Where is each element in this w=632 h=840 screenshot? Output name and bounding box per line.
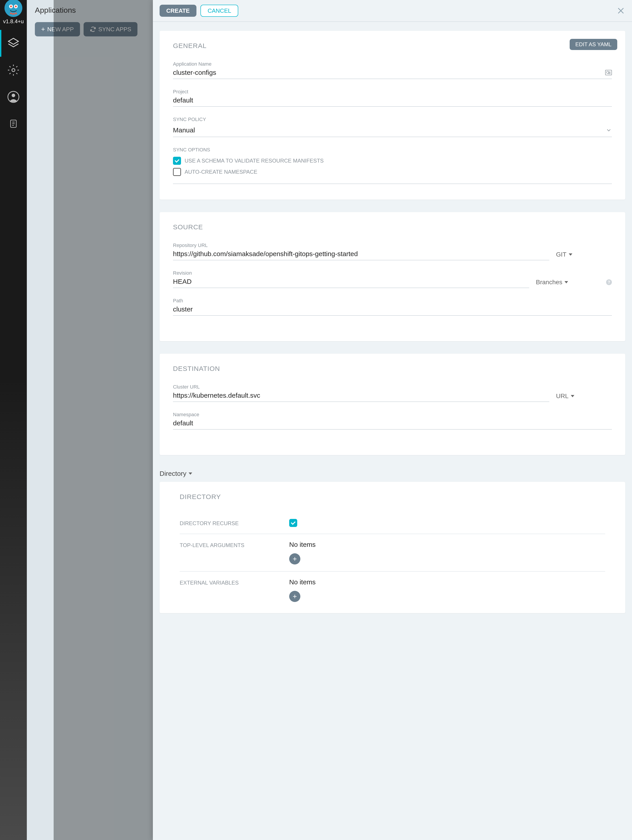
project-label: Project xyxy=(173,89,612,95)
directory-title: DIRECTORY xyxy=(180,493,612,501)
plus-icon: + xyxy=(41,25,45,33)
tla-no-items: No items xyxy=(289,541,605,548)
logo-area: v1.8.4+u xyxy=(0,0,27,30)
path-input[interactable] xyxy=(173,305,612,313)
cluster-label: Cluster URL xyxy=(173,384,549,390)
add-tla-button[interactable]: + xyxy=(289,553,300,564)
field-cluster: Cluster URL URL xyxy=(173,384,612,402)
field-path: Path xyxy=(173,298,612,316)
caret-down-icon xyxy=(569,253,572,256)
source-card: SOURCE Repository URL GIT Revision xyxy=(160,212,625,341)
id-card-icon xyxy=(605,70,612,75)
cancel-button[interactable]: CANCEL xyxy=(200,5,238,17)
help-icon[interactable]: ? xyxy=(606,279,612,285)
sync-policy-label: SYNC POLICY xyxy=(173,117,612,122)
create-app-panel: CREATE CANCEL EDIT AS YAML GENERAL Appli… xyxy=(153,0,632,840)
checkbox-autons[interactable] xyxy=(173,168,181,176)
app-name-input[interactable] xyxy=(173,69,605,76)
opt-schema-label: USE A SCHEMA TO VALIDATE RESOURCE MANIFE… xyxy=(185,158,323,164)
svg-point-2 xyxy=(10,5,12,7)
directory-card: DIRECTORY DIRECTORY RECURSE TOP-LEVEL AR… xyxy=(160,482,625,613)
checkbox-schema[interactable] xyxy=(173,157,181,165)
field-project: Project xyxy=(173,89,612,107)
repo-input[interactable] xyxy=(173,250,549,258)
path-label: Path xyxy=(173,298,612,304)
edit-as-yaml-button[interactable]: EDIT AS YAML xyxy=(570,39,617,50)
source-title: SOURCE xyxy=(173,223,612,231)
revision-input[interactable] xyxy=(173,278,529,285)
field-revision: Revision Branches ? xyxy=(173,270,612,288)
panel-body: EDIT AS YAML GENERAL Application Name Pr… xyxy=(153,22,632,840)
revision-label: Revision xyxy=(173,270,529,276)
nav-docs[interactable] xyxy=(0,110,27,137)
svg-point-4 xyxy=(12,69,15,72)
cluster-input[interactable] xyxy=(173,392,549,399)
close-icon[interactable] xyxy=(616,6,625,15)
sync-policy-value: Manual xyxy=(173,126,606,134)
field-app-name: Application Name xyxy=(173,61,612,79)
layers-icon xyxy=(7,37,19,49)
gear-icon xyxy=(7,64,19,76)
svg-point-6 xyxy=(12,93,15,97)
main-area: Applications +NEW APP SYNC APPS CREATE C… xyxy=(27,0,632,840)
document-icon xyxy=(8,119,18,129)
argo-logo-icon xyxy=(5,0,22,17)
general-title: GENERAL xyxy=(173,42,612,50)
general-card: EDIT AS YAML GENERAL Application Name Pr… xyxy=(160,31,625,200)
namespace-label: Namespace xyxy=(173,412,612,418)
checkbox-recurse[interactable] xyxy=(289,519,297,527)
caret-down-icon xyxy=(564,281,568,283)
opt-schema-row[interactable]: USE A SCHEMA TO VALIDATE RESOURCE MANIFE… xyxy=(173,157,612,165)
ext-no-items: No items xyxy=(289,578,605,586)
cluster-type-dropdown[interactable]: URL xyxy=(556,393,612,402)
opt-autons-row[interactable]: AUTO-CREATE NAMESPACE xyxy=(173,168,612,176)
nav-user[interactable] xyxy=(0,84,27,110)
repo-label: Repository URL xyxy=(173,243,549,248)
sync-options-block: USE A SCHEMA TO VALIDATE RESOURCE MANIFE… xyxy=(173,157,612,184)
create-button[interactable]: CREATE xyxy=(160,5,196,17)
dir-recurse-row: DIRECTORY RECURSE xyxy=(180,512,605,534)
nav-applications[interactable] xyxy=(0,30,27,57)
dir-ext-row: EXTERNAL VARIABLES No items + xyxy=(180,572,605,609)
chevron-down-icon xyxy=(606,127,612,133)
destination-card: DESTINATION Cluster URL URL Namespace xyxy=(160,354,625,455)
version-label: v1.8.4+u xyxy=(3,18,24,25)
namespace-input[interactable] xyxy=(173,419,612,427)
ext-label: EXTERNAL VARIABLES xyxy=(180,578,289,602)
directory-type-dropdown[interactable]: Directory xyxy=(160,467,625,482)
repo-type-dropdown[interactable]: GIT xyxy=(556,251,612,261)
svg-point-3 xyxy=(15,5,17,7)
tla-label: TOP-LEVEL ARGUMENTS xyxy=(180,541,289,564)
app-name-label: Application Name xyxy=(173,61,612,67)
recurse-label: DIRECTORY RECURSE xyxy=(180,519,289,527)
caret-down-icon xyxy=(571,395,574,397)
field-repo: Repository URL GIT xyxy=(173,243,612,261)
panel-header: CREATE CANCEL xyxy=(153,0,632,22)
opt-autons-label: AUTO-CREATE NAMESPACE xyxy=(185,169,257,175)
user-icon xyxy=(7,91,19,103)
sidebar: v1.8.4+u xyxy=(0,0,27,840)
destination-title: DESTINATION xyxy=(173,365,612,373)
dir-tla-row: TOP-LEVEL ARGUMENTS No items + xyxy=(180,534,605,572)
project-input[interactable] xyxy=(173,96,612,104)
sync-policy-select[interactable]: Manual xyxy=(173,126,612,137)
field-namespace: Namespace xyxy=(173,412,612,429)
revision-type-dropdown[interactable]: Branches ? xyxy=(536,279,612,288)
sync-options-label: SYNC OPTIONS xyxy=(173,147,612,153)
caret-down-icon xyxy=(188,472,192,475)
add-ext-button[interactable]: + xyxy=(289,591,300,602)
modal-overlay[interactable] xyxy=(54,0,153,840)
nav-settings[interactable] xyxy=(0,57,27,84)
